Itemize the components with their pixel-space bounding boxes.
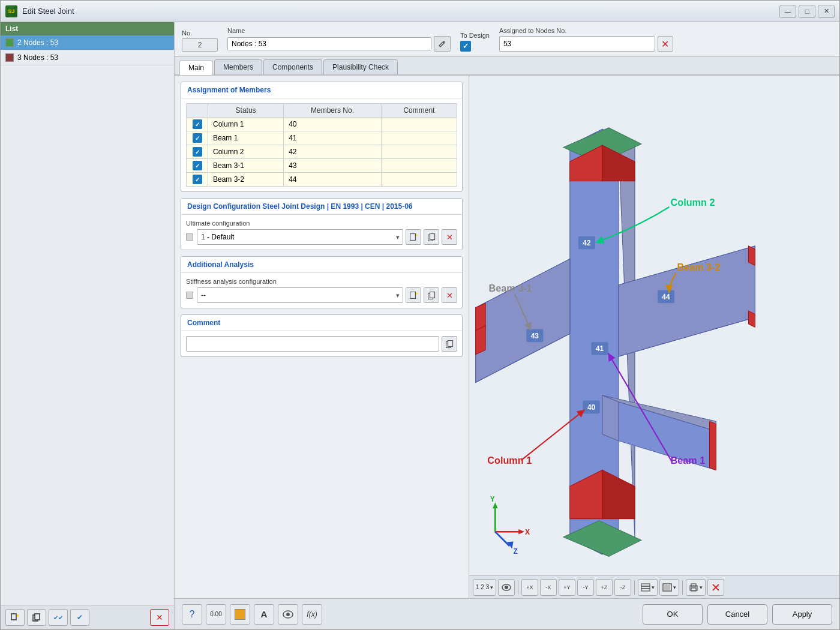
row-checkbox[interactable] xyxy=(193,147,202,157)
row-checkbox[interactable] xyxy=(193,175,202,184)
stiffness-select-wrapper: -- xyxy=(197,287,403,303)
assignment-section: Assignment of Members Status Members No.… xyxy=(181,82,463,192)
comment-title: Comment xyxy=(181,315,462,331)
tab-members[interactable]: Members xyxy=(214,59,262,74)
row-comment xyxy=(381,173,457,187)
config-delete-button[interactable]: ✕ xyxy=(442,229,457,245)
stiffness-copy-button[interactable] xyxy=(424,287,439,303)
design-config-title: Design Configuration Steel Joint Design … xyxy=(181,199,462,215)
svg-marker-38 xyxy=(602,395,619,441)
additional-analysis-section: Additional Analysis Stiffness analysis c… xyxy=(181,256,463,308)
comment-input[interactable] xyxy=(186,336,439,352)
tabs-bar: Main Members Components Plausibility Che… xyxy=(175,57,839,76)
config-color-swatch xyxy=(186,233,193,241)
help-button[interactable]: ? xyxy=(182,604,202,625)
row-members-no: 43 xyxy=(284,159,382,173)
delete-button[interactable]: ✕ xyxy=(150,609,169,626)
svg-text:-Y: -Y xyxy=(583,584,589,590)
ultimate-select[interactable]: 1 - Default xyxy=(197,229,403,245)
svg-text:Z: Z xyxy=(514,547,518,556)
zero-button[interactable]: 0.00 xyxy=(206,604,226,625)
edit-name-button[interactable] xyxy=(434,36,451,52)
vp-xm-button[interactable]: -X xyxy=(540,579,557,596)
app-icon: SJ xyxy=(5,5,17,17)
minimize-button[interactable]: — xyxy=(779,5,796,18)
svg-rect-9 xyxy=(430,233,434,239)
assigned-nodes-group: Assigned to Nodes No. ✕ xyxy=(499,27,673,52)
config-copy-button[interactable] xyxy=(424,229,439,245)
table-row: Column 1 40 xyxy=(187,118,457,131)
vp-yp-button[interactable]: +Y xyxy=(559,579,575,596)
viewport[interactable]: 42 44 43 41 40 xyxy=(469,76,839,598)
vp-ym-button[interactable]: -Y xyxy=(577,579,594,596)
color-button[interactable] xyxy=(230,604,250,625)
tab-main[interactable]: Main xyxy=(179,60,213,75)
tab-plausibility[interactable]: Plausibility Check xyxy=(323,59,398,74)
formula-button[interactable]: f(x) xyxy=(302,604,322,625)
row-checkbox[interactable] xyxy=(193,119,202,129)
to-design-group: To Design xyxy=(460,32,490,52)
vp-numbers-button[interactable]: 1 2 3 ▾ xyxy=(473,579,496,596)
table-row: Beam 1 41 xyxy=(187,131,457,145)
text-style-button[interactable]: A xyxy=(254,604,274,625)
vp-close-button[interactable] xyxy=(707,579,724,596)
assigned-nodes-input[interactable] xyxy=(499,36,655,52)
svg-marker-35 xyxy=(476,326,485,355)
apply-button[interactable]: Apply xyxy=(772,604,832,625)
name-label: Name xyxy=(227,27,451,34)
no-label: No. xyxy=(182,29,218,37)
table-row: Beam 3-1 43 xyxy=(187,159,457,173)
svg-text:+Z: +Z xyxy=(601,584,608,590)
table-row: Column 2 42 xyxy=(187,145,457,159)
clear-nodes-button[interactable]: ✕ xyxy=(658,36,673,52)
visibility-button[interactable] xyxy=(278,604,298,625)
maximize-button[interactable]: □ xyxy=(799,5,815,18)
svg-rect-76 xyxy=(664,585,670,590)
new-item-button[interactable] xyxy=(5,609,25,626)
ok-button[interactable]: OK xyxy=(643,604,703,625)
svg-text:41: 41 xyxy=(596,344,604,353)
stiffness-select[interactable]: -- xyxy=(197,287,403,303)
close-button[interactable]: ✕ xyxy=(818,5,835,18)
check-all-button[interactable]: ✔✔ xyxy=(49,609,68,626)
stiffness-new-button[interactable] xyxy=(406,287,421,303)
svg-marker-39 xyxy=(710,421,716,470)
vp-zm-button[interactable]: -Z xyxy=(614,579,631,596)
vp-eye-button[interactable] xyxy=(498,579,515,596)
list-item[interactable]: 2 Nodes : 53 xyxy=(1,35,174,50)
name-input[interactable] xyxy=(227,37,431,50)
svg-rect-4 xyxy=(35,614,40,620)
stiffness-delete-button[interactable]: ✕ xyxy=(442,287,457,303)
vp-xp-button[interactable]: +X xyxy=(521,579,538,596)
vp-view-button[interactable]: ▾ xyxy=(659,579,679,596)
design-config-section: Design Configuration Steel Joint Design … xyxy=(181,198,463,250)
name-input-row xyxy=(227,36,451,52)
cancel-button[interactable]: Cancel xyxy=(707,604,767,625)
vp-zp-button[interactable]: +Z xyxy=(596,579,613,596)
col-check xyxy=(187,104,208,118)
bottom-left-btns: ? 0.00 A f(x) xyxy=(182,604,322,625)
check-button[interactable]: ✔ xyxy=(70,609,89,626)
row-members-no: 40 xyxy=(284,118,382,131)
row-status: Column 1 xyxy=(208,118,284,131)
comment-copy-button[interactable] xyxy=(442,336,457,352)
svg-text:Column 2: Column 2 xyxy=(671,197,715,208)
bottom-right-btns: OK Cancel Apply xyxy=(643,604,832,625)
copy-item-button[interactable] xyxy=(27,609,46,626)
name-group: Name xyxy=(227,27,451,52)
vp-print-button[interactable]: ▾ xyxy=(686,579,706,596)
row-comment xyxy=(381,118,457,131)
members-table: Status Members No. Comment Column 1 xyxy=(186,103,457,187)
tab-components[interactable]: Components xyxy=(263,59,322,74)
ultimate-config-row: 1 - Default ✕ xyxy=(186,229,457,245)
to-design-checkbox[interactable] xyxy=(460,41,471,52)
row-checkbox[interactable] xyxy=(193,161,202,170)
no-input[interactable] xyxy=(182,38,218,52)
list-item[interactable]: 3 Nodes : 53 xyxy=(1,50,174,65)
config-new-button[interactable] xyxy=(406,229,421,245)
svg-text:44: 44 xyxy=(662,293,670,301)
svg-marker-32 xyxy=(748,246,755,265)
window-title: Edit Steel Joint xyxy=(22,7,779,16)
row-checkbox[interactable] xyxy=(193,133,202,143)
vp-layers-button[interactable]: ▾ xyxy=(638,579,658,596)
